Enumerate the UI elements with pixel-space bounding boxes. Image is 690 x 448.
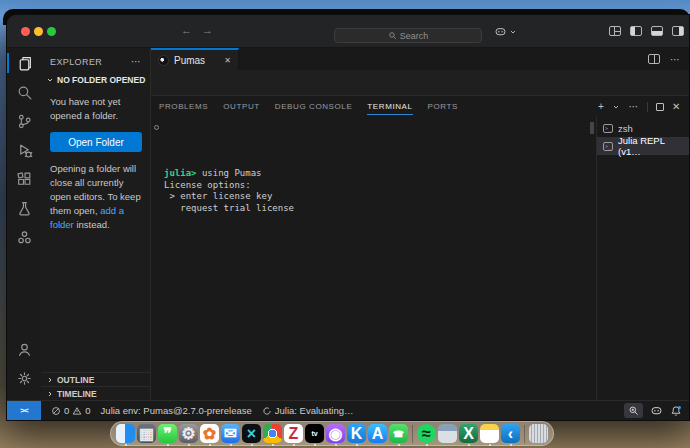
- copilot-status-button[interactable]: [650, 404, 663, 417]
- dock-photos-icon[interactable]: ✿: [200, 424, 219, 443]
- open-folder-button[interactable]: Open Folder: [50, 132, 142, 152]
- close-panel-icon[interactable]: ✕: [672, 101, 681, 112]
- dock-keynote-icon[interactable]: K: [347, 424, 366, 443]
- terminal-dropdown-icon[interactable]: [612, 103, 620, 111]
- terminal-scrollbar[interactable]: [590, 122, 594, 134]
- more-actions-icon[interactable]: ⋯: [628, 101, 639, 112]
- activity-explorer-icon[interactable]: [13, 52, 35, 74]
- notifications-button[interactable]: [670, 405, 682, 417]
- whatsapp-glyph: ☎: [393, 429, 404, 439]
- dock-notes-icon[interactable]: [480, 424, 499, 443]
- section-no-folder-opened[interactable]: NO FOLDER OPENED: [41, 72, 150, 88]
- activity-bar-bottom: [13, 338, 35, 396]
- julia-env-label: Julia env: Pumas@2.7.0-prerelease: [101, 405, 252, 416]
- panel-tab-terminal[interactable]: TERMINAL: [367, 98, 412, 115]
- command-center-search[interactable]: Search: [334, 28, 482, 43]
- split-editor-icon[interactable]: [648, 54, 660, 64]
- dock-mail-icon[interactable]: ✉: [221, 424, 240, 443]
- terminal-line: julia> using Pumas: [164, 168, 596, 180]
- command-decoration-icon[interactable]: [154, 125, 159, 130]
- new-terminal-icon[interactable]: +: [598, 101, 604, 112]
- activity-accounts-icon[interactable]: [13, 338, 35, 360]
- running-indicator: [251, 444, 253, 446]
- terminal-list-item-julia-repl-v1-[interactable]: >_Julia REPL (v1…: [597, 137, 689, 155]
- activity-testing-icon[interactable]: [13, 197, 35, 219]
- excel-glyph: X: [463, 425, 474, 443]
- desktop: ← → Search EXPLORER: [0, 0, 690, 448]
- running-indicator: [489, 444, 491, 446]
- minimize-window-button[interactable]: [34, 27, 43, 36]
- workbench: EXPLORER ⋯ NO FOLDER OPENED You have not…: [7, 48, 689, 400]
- remote-indicator[interactable]: ><: [7, 401, 41, 420]
- panel-tab-output[interactable]: OUTPUT: [223, 98, 260, 115]
- toggle-panel-icon[interactable]: [651, 26, 663, 36]
- dock-launchpad-icon[interactable]: ▦: [137, 424, 156, 443]
- activity-settings-gear-icon[interactable]: [13, 367, 35, 389]
- problems-status[interactable]: 0 0: [51, 405, 91, 416]
- dock-app-store-icon[interactable]: A: [368, 424, 387, 443]
- messages-glyph: ❞: [163, 424, 172, 443]
- dock-messages-icon[interactable]: ❞: [158, 424, 177, 443]
- running-indicator: [314, 444, 316, 446]
- activity-source-control-icon[interactable]: [13, 110, 35, 132]
- sidebar-body: You have not yet opened a folder. Open F…: [41, 88, 150, 232]
- activity-bar: [7, 48, 41, 400]
- section-label: NO FOLDER OPENED: [57, 75, 145, 85]
- panel-body: julia> using PumasLicense options: > ent…: [151, 117, 689, 400]
- copilot-menu[interactable]: [494, 25, 517, 38]
- dock-excel-icon[interactable]: X: [459, 424, 478, 443]
- terminal-output[interactable]: julia> using PumasLicense options: > ent…: [151, 117, 596, 400]
- more-actions-icon[interactable]: ⋯: [670, 54, 680, 65]
- sidebar-header: EXPLORER ⋯: [41, 48, 150, 72]
- terminal-icon: >_: [603, 124, 613, 133]
- dock-zotero-icon[interactable]: Z: [284, 424, 303, 443]
- more-actions-icon[interactable]: ⋯: [131, 56, 142, 67]
- section-outline[interactable]: OUTLINE: [41, 372, 150, 386]
- dock-minimized-window-icon[interactable]: [438, 424, 457, 443]
- running-indicator: [510, 444, 512, 446]
- running-indicator: [188, 444, 190, 446]
- dock-trash-icon[interactable]: [529, 424, 548, 443]
- julia-env-status[interactable]: Julia env: Pumas@2.7.0-prerelease: [101, 405, 252, 416]
- activity-extensions-icon[interactable]: [13, 168, 35, 190]
- terminal-list-label: Julia REPL (v1…: [618, 135, 683, 157]
- dock-apple-tv-icon[interactable]: tv: [305, 424, 324, 443]
- dock-vscode-icon[interactable]: ‹: [501, 424, 520, 443]
- customize-layout-icon[interactable]: [609, 26, 621, 36]
- error-icon: [51, 406, 61, 416]
- section-timeline[interactable]: TIMELINE: [41, 386, 150, 400]
- zoom-window-button[interactable]: [47, 27, 56, 36]
- screencast-zoom-button[interactable]: [624, 403, 643, 418]
- chevron-right-icon: [46, 376, 54, 384]
- julia-evaluating-status[interactable]: Julia: Evaluating…: [262, 405, 354, 416]
- panel-tab-ports[interactable]: PORTS: [428, 98, 458, 115]
- dock-butterfly-app-icon[interactable]: ×: [242, 424, 261, 443]
- close-tab-icon[interactable]: ✕: [224, 56, 231, 65]
- vscode-glyph: ‹: [508, 425, 513, 443]
- dock-chrome-icon[interactable]: [263, 424, 282, 443]
- pumas-file-icon: [158, 55, 169, 66]
- dock-finder-icon[interactable]: [116, 424, 135, 443]
- dock-system-settings-icon[interactable]: ⚙: [179, 424, 198, 443]
- dock-whatsapp-icon[interactable]: ☎: [389, 424, 408, 443]
- close-window-button[interactable]: [21, 27, 30, 36]
- sidebar-bottom-sections: OUTLINE TIMELINE: [41, 372, 150, 400]
- status-bar-right: [624, 403, 689, 418]
- activity-julia-icon[interactable]: [13, 226, 35, 248]
- toggle-primary-sidebar-icon[interactable]: [630, 26, 642, 36]
- panel-tab-debug-console[interactable]: DEBUG CONSOLE: [275, 98, 353, 115]
- activity-search-icon[interactable]: [13, 81, 35, 103]
- tab-pumas[interactable]: Pumas ✕: [151, 48, 239, 70]
- back-icon[interactable]: ←: [181, 24, 192, 36]
- search-placeholder: Search: [400, 31, 429, 41]
- panel-tab-problems[interactable]: PROBLEMS: [159, 98, 208, 115]
- chevron-down-icon: [46, 76, 54, 84]
- dock-podcasts-icon[interactable]: ◉: [326, 424, 345, 443]
- apple-tv-glyph: tv: [311, 430, 317, 437]
- maximize-panel-icon[interactable]: [656, 103, 664, 111]
- toggle-secondary-sidebar-icon[interactable]: [672, 26, 684, 36]
- forward-icon[interactable]: →: [202, 24, 213, 36]
- dock-spotify-icon[interactable]: ≈: [417, 424, 436, 443]
- sidebar-title: EXPLORER: [50, 57, 102, 67]
- activity-run-debug-icon[interactable]: [13, 139, 35, 161]
